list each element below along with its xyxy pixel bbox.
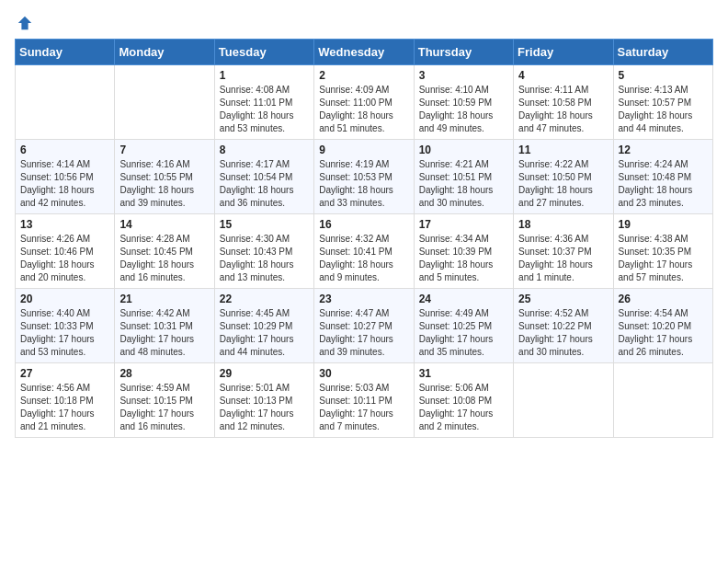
day-number: 7 — [119, 144, 209, 156]
calendar-week-row: 20Sunrise: 4:40 AM Sunset: 10:33 PM Dayl… — [16, 289, 713, 363]
day-number: 23 — [319, 293, 408, 305]
day-number: 15 — [220, 218, 309, 231]
day-number: 4 — [518, 69, 608, 82]
calendar-cell: 29Sunrise: 5:01 AM Sunset: 10:13 PM Dayl… — [214, 363, 313, 438]
calendar-cell: 11Sunrise: 4:22 AM Sunset: 10:50 PM Dayl… — [514, 140, 613, 214]
day-number: 31 — [419, 367, 508, 380]
weekday-header-row: SundayMondayTuesdayWednesdayThursdayFrid… — [16, 40, 713, 65]
day-info: Sunrise: 4:47 AM Sunset: 10:27 PM Daylig… — [319, 307, 408, 359]
day-number: 17 — [419, 218, 508, 231]
svg-marker-0 — [18, 17, 31, 29]
calendar-cell — [115, 65, 214, 140]
calendar-cell: 13Sunrise: 4:26 AM Sunset: 10:46 PM Dayl… — [16, 214, 115, 289]
weekday-header-friday: Friday — [514, 40, 613, 65]
day-info: Sunrise: 4:32 AM Sunset: 10:41 PM Daylig… — [319, 233, 408, 284]
day-info: Sunrise: 4:40 AM Sunset: 10:33 PM Daylig… — [20, 307, 109, 359]
day-info: Sunrise: 4:11 AM Sunset: 10:58 PM Daylig… — [518, 84, 608, 135]
day-info: Sunrise: 4:10 AM Sunset: 10:59 PM Daylig… — [419, 84, 508, 135]
day-number: 28 — [119, 367, 209, 380]
weekday-header-wednesday: Wednesday — [314, 40, 414, 65]
day-number: 22 — [220, 293, 309, 305]
day-info: Sunrise: 4:08 AM Sunset: 11:01 PM Daylig… — [220, 84, 309, 135]
calendar-cell: 24Sunrise: 4:49 AM Sunset: 10:25 PM Dayl… — [414, 289, 513, 363]
calendar-cell: 14Sunrise: 4:28 AM Sunset: 10:45 PM Dayl… — [115, 214, 214, 289]
day-number: 16 — [319, 218, 408, 231]
calendar-cell: 10Sunrise: 4:21 AM Sunset: 10:51 PM Dayl… — [414, 140, 513, 214]
day-number: 25 — [518, 293, 608, 305]
day-number: 30 — [319, 367, 408, 380]
weekday-header-sunday: Sunday — [16, 40, 115, 65]
day-number: 27 — [20, 367, 109, 380]
calendar-week-row: 13Sunrise: 4:26 AM Sunset: 10:46 PM Dayl… — [16, 214, 713, 289]
day-info: Sunrise: 4:24 AM Sunset: 10:48 PM Daylig… — [619, 158, 708, 210]
calendar-cell: 15Sunrise: 4:30 AM Sunset: 10:43 PM Dayl… — [214, 214, 313, 289]
day-info: Sunrise: 4:56 AM Sunset: 10:18 PM Daylig… — [20, 382, 109, 433]
day-number: 5 — [619, 69, 708, 82]
calendar-cell — [16, 65, 115, 140]
day-number: 29 — [220, 367, 309, 380]
weekday-header-thursday: Thursday — [414, 40, 513, 65]
day-info: Sunrise: 4:30 AM Sunset: 10:43 PM Daylig… — [220, 233, 309, 284]
day-number: 20 — [20, 293, 109, 305]
day-number: 11 — [518, 144, 608, 156]
day-info: Sunrise: 4:59 AM Sunset: 10:15 PM Daylig… — [119, 382, 209, 433]
day-info: Sunrise: 4:45 AM Sunset: 10:29 PM Daylig… — [220, 307, 309, 359]
calendar-cell: 18Sunrise: 4:36 AM Sunset: 10:37 PM Dayl… — [514, 214, 613, 289]
calendar-week-row: 6Sunrise: 4:14 AM Sunset: 10:56 PM Dayli… — [16, 140, 713, 214]
day-number: 24 — [419, 293, 508, 305]
calendar-week-row: 1Sunrise: 4:08 AM Sunset: 11:01 PM Dayli… — [16, 65, 713, 140]
calendar-cell: 7Sunrise: 4:16 AM Sunset: 10:55 PM Dayli… — [115, 140, 214, 214]
weekday-header-saturday: Saturday — [613, 40, 712, 65]
calendar-cell: 16Sunrise: 4:32 AM Sunset: 10:41 PM Dayl… — [314, 214, 414, 289]
day-info: Sunrise: 4:16 AM Sunset: 10:55 PM Daylig… — [119, 158, 209, 210]
day-info: Sunrise: 4:34 AM Sunset: 10:39 PM Daylig… — [419, 233, 508, 284]
day-info: Sunrise: 4:49 AM Sunset: 10:25 PM Daylig… — [419, 307, 508, 359]
day-info: Sunrise: 4:42 AM Sunset: 10:31 PM Daylig… — [119, 307, 209, 359]
day-number: 19 — [619, 218, 708, 231]
day-number: 9 — [319, 144, 408, 156]
calendar-table: SundayMondayTuesdayWednesdayThursdayFrid… — [15, 39, 713, 438]
calendar-cell: 28Sunrise: 4:59 AM Sunset: 10:15 PM Dayl… — [115, 363, 214, 438]
weekday-header-monday: Monday — [115, 40, 214, 65]
day-number: 3 — [419, 69, 508, 82]
day-info: Sunrise: 5:06 AM Sunset: 10:08 PM Daylig… — [419, 382, 508, 433]
day-info: Sunrise: 4:14 AM Sunset: 10:56 PM Daylig… — [20, 158, 109, 210]
day-number: 8 — [220, 144, 309, 156]
calendar-cell: 12Sunrise: 4:24 AM Sunset: 10:48 PM Dayl… — [613, 140, 712, 214]
day-number: 6 — [20, 144, 109, 156]
calendar-cell: 3Sunrise: 4:10 AM Sunset: 10:59 PM Dayli… — [414, 65, 513, 140]
day-info: Sunrise: 4:28 AM Sunset: 10:45 PM Daylig… — [119, 233, 209, 284]
logo — [15, 15, 33, 28]
calendar-cell — [514, 363, 613, 438]
calendar-cell: 31Sunrise: 5:06 AM Sunset: 10:08 PM Dayl… — [414, 363, 513, 438]
day-info: Sunrise: 5:01 AM Sunset: 10:13 PM Daylig… — [220, 382, 309, 433]
day-number: 2 — [319, 69, 408, 82]
day-info: Sunrise: 4:19 AM Sunset: 10:53 PM Daylig… — [319, 158, 408, 210]
day-info: Sunrise: 5:03 AM Sunset: 10:11 PM Daylig… — [319, 382, 408, 433]
calendar-cell: 23Sunrise: 4:47 AM Sunset: 10:27 PM Dayl… — [314, 289, 414, 363]
calendar-cell: 17Sunrise: 4:34 AM Sunset: 10:39 PM Dayl… — [414, 214, 513, 289]
day-info: Sunrise: 4:21 AM Sunset: 10:51 PM Daylig… — [419, 158, 508, 210]
calendar-cell: 4Sunrise: 4:11 AM Sunset: 10:58 PM Dayli… — [514, 65, 613, 140]
day-info: Sunrise: 4:17 AM Sunset: 10:54 PM Daylig… — [220, 158, 309, 210]
day-info: Sunrise: 4:52 AM Sunset: 10:22 PM Daylig… — [518, 307, 608, 359]
weekday-header-tuesday: Tuesday — [214, 40, 313, 65]
calendar-cell: 1Sunrise: 4:08 AM Sunset: 11:01 PM Dayli… — [214, 65, 313, 140]
calendar-cell: 19Sunrise: 4:38 AM Sunset: 10:35 PM Dayl… — [613, 214, 712, 289]
calendar-cell: 22Sunrise: 4:45 AM Sunset: 10:29 PM Dayl… — [214, 289, 313, 363]
day-info: Sunrise: 4:54 AM Sunset: 10:20 PM Daylig… — [619, 307, 708, 359]
calendar-cell: 2Sunrise: 4:09 AM Sunset: 11:00 PM Dayli… — [314, 65, 414, 140]
logo-icon — [17, 15, 33, 31]
calendar-cell: 9Sunrise: 4:19 AM Sunset: 10:53 PM Dayli… — [314, 140, 414, 214]
day-info: Sunrise: 4:22 AM Sunset: 10:50 PM Daylig… — [518, 158, 608, 210]
calendar-cell — [613, 363, 712, 438]
calendar-cell: 25Sunrise: 4:52 AM Sunset: 10:22 PM Dayl… — [514, 289, 613, 363]
calendar-cell: 6Sunrise: 4:14 AM Sunset: 10:56 PM Dayli… — [16, 140, 115, 214]
page-header — [15, 15, 713, 28]
day-info: Sunrise: 4:36 AM Sunset: 10:37 PM Daylig… — [518, 233, 608, 284]
calendar-cell: 20Sunrise: 4:40 AM Sunset: 10:33 PM Dayl… — [16, 289, 115, 363]
calendar-cell: 21Sunrise: 4:42 AM Sunset: 10:31 PM Dayl… — [115, 289, 214, 363]
day-number: 14 — [119, 218, 209, 231]
day-number: 10 — [419, 144, 508, 156]
day-info: Sunrise: 4:38 AM Sunset: 10:35 PM Daylig… — [619, 233, 708, 284]
